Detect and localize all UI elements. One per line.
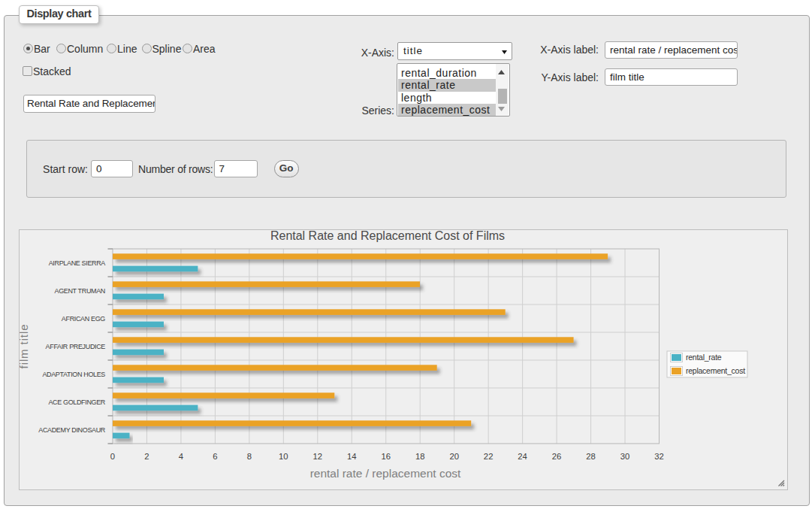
- svg-text:4: 4: [179, 452, 183, 461]
- svg-text:12: 12: [313, 452, 323, 461]
- svg-text:2: 2: [144, 452, 149, 461]
- svg-text:26: 26: [552, 452, 562, 461]
- svg-text:0: 0: [110, 452, 115, 461]
- svg-text:28: 28: [586, 452, 596, 461]
- svg-text:32: 32: [654, 452, 664, 461]
- svg-text:ACE GOLDFINGER: ACE GOLDFINGER: [48, 398, 105, 406]
- svg-text:replacement_cost: replacement_cost: [686, 366, 745, 375]
- svg-text:AFFAIR PREJUDICE: AFFAIR PREJUDICE: [46, 343, 106, 350]
- svg-text:20: 20: [449, 452, 459, 461]
- svg-text:rental_rate: rental_rate: [686, 353, 722, 362]
- svg-text:8: 8: [247, 452, 252, 461]
- svg-text:30: 30: [620, 452, 630, 461]
- svg-text:6: 6: [213, 452, 217, 461]
- svg-text:AGENT TRUMAN: AGENT TRUMAN: [55, 287, 105, 295]
- svg-text:16: 16: [381, 452, 391, 461]
- svg-text:24: 24: [518, 452, 527, 461]
- svg-text:18: 18: [415, 452, 425, 461]
- svg-text:Rental Rate and Replacement Co: Rental Rate and Replacement Cost of Film…: [270, 230, 505, 242]
- svg-text:AIRPLANE SIERRA: AIRPLANE SIERRA: [49, 259, 106, 267]
- svg-text:10: 10: [279, 452, 288, 461]
- svg-text:14: 14: [347, 452, 357, 461]
- svg-text:rental rate / replacement cost: rental rate / replacement cost: [310, 467, 461, 480]
- svg-text:22: 22: [484, 452, 494, 461]
- svg-text:ADAPTATION HOLES: ADAPTATION HOLES: [42, 371, 105, 378]
- svg-text:AFRICAN EGG: AFRICAN EGG: [62, 315, 106, 323]
- svg-text:film title: film title: [20, 324, 30, 369]
- svg-text:ACADEMY DINOSAUR: ACADEMY DINOSAUR: [38, 426, 106, 434]
